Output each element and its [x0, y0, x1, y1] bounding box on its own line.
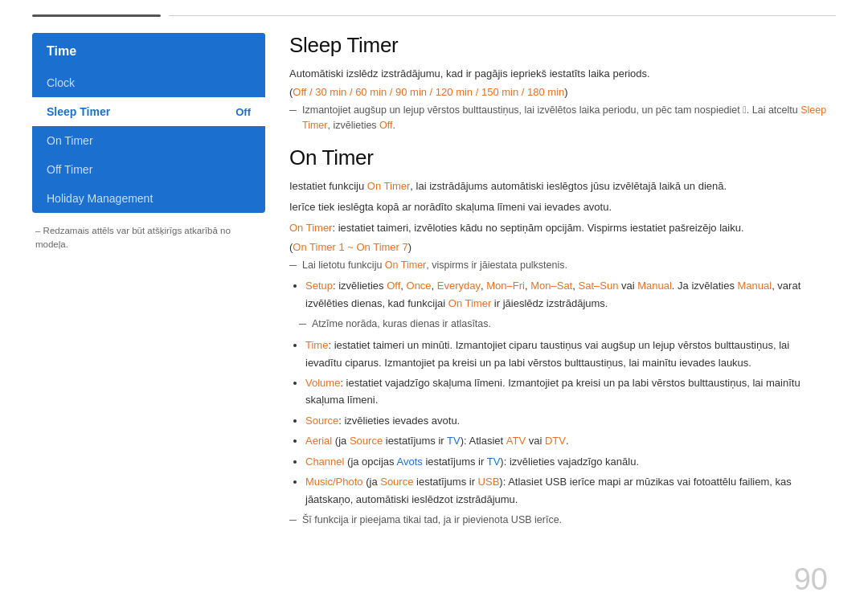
- on-timer-range: (On Timer 1 ~ On Timer 7): [289, 241, 828, 253]
- bullet-setup: Setup: izvēlieties Off, Once, Everyday, …: [305, 277, 828, 312]
- on-timer-section: On Timer Iestatiet funkciju On Timer, la…: [289, 145, 828, 527]
- bullet-volume: Volume: iestatiet vajadzīgo skaļuma līme…: [305, 374, 828, 409]
- top-bar-line-left: [32, 14, 161, 17]
- top-bar: [0, 0, 868, 17]
- sidebar-item-off-timer-label: Off Timer: [47, 163, 92, 176]
- on-timer-bullet-list: Setup: izvēlieties Off, Once, Everyday, …: [305, 277, 828, 312]
- sleep-timer-title: Sleep Timer: [289, 33, 828, 58]
- sidebar-item-clock[interactable]: Clock: [32, 68, 265, 97]
- on-timer-prereq: Lai lietotu funkciju On Timer, vispirms …: [289, 258, 828, 273]
- bullet-aerial: Aerial (ja Source iestatījums ir TV): At…: [305, 432, 828, 449]
- setup-indent-note: Atzīme norāda, kuras dienas ir atlasītas…: [289, 317, 828, 332]
- sidebar-title: Time: [32, 33, 265, 68]
- sidebar-item-sleep-timer-label: Sleep Timer: [47, 105, 110, 118]
- sleep-timer-options: (Off / 30 min / 60 min / 90 min / 120 mi…: [289, 86, 828, 98]
- sidebar-item-off-timer[interactable]: Off Timer: [32, 155, 265, 184]
- sleep-timer-description: Automātiski izslēdz izstrādājumu, kad ir…: [289, 66, 828, 83]
- sidebar-item-on-timer-label: On Timer: [47, 134, 93, 147]
- sidebar-item-on-timer[interactable]: On Timer: [32, 126, 265, 155]
- main-content: Sleep Timer Automātiski izslēdz izstrādā…: [289, 33, 836, 570]
- top-bar-line-right: [169, 15, 836, 16]
- sidebar-item-holiday-management[interactable]: Holiday Management: [32, 184, 265, 213]
- bullet-channel: Channel (ja opcijas Avots iestatījums ir…: [305, 453, 828, 470]
- sidebar-note: – Redzamais attēls var būt atšķirīgs atk…: [32, 224, 265, 252]
- on-timer-bullet-list-2: Time: iestatiet taimeri un minūti. Izman…: [305, 337, 828, 508]
- sidebar-item-sleep-timer-value: Off: [235, 106, 251, 118]
- usb-note: Šī funkcija ir pieejama tikai tad, ja ir…: [289, 513, 828, 528]
- on-timer-title: On Timer: [289, 145, 828, 170]
- page-number: 90: [794, 562, 828, 597]
- bullet-source: Source: izvēlieties ievades avotu.: [305, 412, 828, 429]
- on-timer-desc2: Ierīce tiek ieslēgta kopā ar norādīto sk…: [289, 199, 828, 216]
- sidebar-item-clock-label: Clock: [47, 76, 75, 89]
- sidebar: Time Clock Sleep Timer Off On Timer Off …: [32, 33, 265, 570]
- sidebar-item-sleep-timer[interactable]: Sleep Timer Off: [32, 97, 265, 126]
- sidebar-panel: Time Clock Sleep Timer Off On Timer Off …: [32, 33, 265, 213]
- sleep-timer-section: Sleep Timer Automātiski izslēdz izstrādā…: [289, 33, 828, 133]
- on-timer-desc3: On Timer: iestatiet taimeri, izvēloties …: [289, 220, 828, 237]
- sidebar-item-holiday-management-label: Holiday Management: [47, 192, 153, 205]
- on-timer-desc1: Iestatiet funkciju On Timer, lai izstrād…: [289, 178, 828, 195]
- sleep-timer-note: Izmantojiet augšup un lejup vērstos bult…: [289, 103, 828, 133]
- bullet-time: Time: iestatiet taimeri un minūti. Izman…: [305, 337, 828, 371]
- bullet-music-photo: Music/Photo (ja Source iestatījums ir US…: [305, 473, 828, 508]
